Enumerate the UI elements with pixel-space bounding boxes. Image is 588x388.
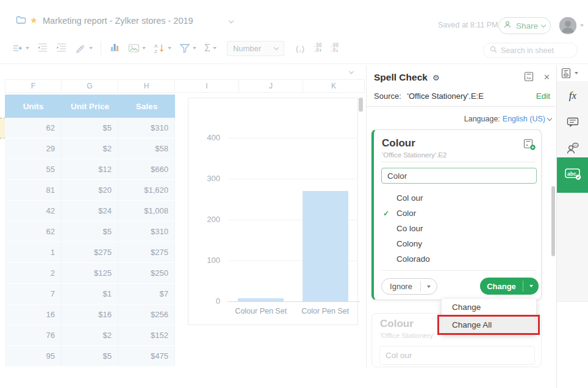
format-painter-button[interactable] [75, 43, 93, 54]
number-format-select[interactable]: Number [227, 41, 284, 56]
table-cell[interactable]: $152 [118, 325, 175, 345]
suggestion-item[interactable]: Colorado [374, 251, 539, 267]
change-dropdown-caret[interactable] [523, 285, 539, 287]
filter-button[interactable] [179, 43, 196, 54]
table-cell[interactable]: 62 [5, 118, 62, 138]
table-cell[interactable]: $5 [62, 346, 118, 366]
table-cell[interactable]: 16 [5, 304, 62, 325]
table-row[interactable]: 62$5$310 [5, 221, 175, 242]
table-cell[interactable]: $310 [118, 118, 175, 138]
table-cell[interactable]: 55 [5, 159, 62, 179]
table-cell[interactable]: 95 [5, 346, 62, 366]
suggestion-item[interactable]: Colony [374, 236, 539, 251]
table-row[interactable]: 7$1$7 [5, 284, 175, 304]
document-title[interactable]: Marketing report - Zylker stores - 2019 [43, 16, 193, 26]
folder-icon[interactable] [16, 15, 26, 27]
increase-decimal-button[interactable]: .00 .0↑ [313, 43, 321, 53]
conditional-format-button[interactable] [12, 43, 29, 54]
close-icon[interactable]: ✕ [543, 73, 550, 82]
table-cell[interactable]: $2 [62, 138, 118, 159]
table-cell[interactable]: $256 [118, 304, 175, 325]
sum-button[interactable]: Σ [204, 43, 217, 54]
table-row[interactable]: 81$20$1,620 [5, 180, 175, 201]
table-cell[interactable]: 1 [5, 242, 62, 262]
table-cell[interactable]: $2 [62, 325, 118, 345]
table-header-cell[interactable]: Sales [118, 95, 175, 118]
table-cell[interactable]: $7 [118, 284, 175, 304]
table-row[interactable]: 62$5$310 [5, 118, 175, 138]
table-cell[interactable]: $1,008 [118, 201, 175, 221]
sort-button[interactable]: AZ [154, 43, 171, 54]
table-cell[interactable]: 42 [5, 201, 62, 221]
table-cell[interactable]: $310 [118, 221, 175, 242]
table-row[interactable]: 16$16$256 [5, 304, 175, 325]
table-cell[interactable]: $20 [62, 180, 118, 200]
table-cell[interactable]: $58 [118, 138, 175, 159]
table-cell[interactable]: $5 [62, 118, 118, 138]
insert-image-button[interactable] [128, 43, 146, 54]
account-caret-icon[interactable] [580, 24, 584, 27]
change-button[interactable]: Change [480, 278, 539, 295]
table-cell[interactable]: $275 [118, 242, 175, 262]
avatar[interactable] [559, 17, 576, 34]
grid-scrollbar-thumb[interactable] [359, 98, 363, 112]
table-cell[interactable]: $1 [62, 284, 118, 304]
ignore-button[interactable]: Ignore [381, 278, 437, 295]
decrease-decimal-button[interactable]: .00 .0↓ [330, 43, 339, 53]
suggestion-item[interactable]: Co lour [374, 221, 539, 236]
table-cell[interactable]: $660 [118, 159, 175, 179]
table-cell[interactable]: 81 [5, 180, 62, 200]
table-cell[interactable]: 7 [5, 284, 62, 304]
table-row[interactable]: 95$5$475 [5, 346, 175, 367]
table-cell[interactable]: $1,620 [118, 180, 175, 200]
table-row[interactable]: 42$24$1,008 [5, 201, 175, 221]
dictionary-icon[interactable]: Aa [524, 71, 534, 84]
table-cell[interactable]: $125 [62, 263, 118, 283]
table-row[interactable]: 1$275$275 [5, 242, 175, 263]
comma-format-button[interactable]: (,) [296, 44, 305, 53]
language-value[interactable]: English (US) [503, 115, 545, 123]
increase-indent-button[interactable] [56, 41, 67, 55]
table-cell[interactable]: 29 [5, 138, 62, 159]
suggestion-item[interactable]: ✓Color [374, 206, 539, 221]
column-header[interactable]: K [303, 80, 365, 92]
add-to-dictionary-icon[interactable]: A [523, 138, 537, 153]
language-row[interactable]: Language: English (US) [464, 115, 551, 123]
document-title-chevron-icon[interactable] [229, 18, 234, 23]
decrease-indent-button[interactable] [37, 41, 48, 55]
chart-bar[interactable] [303, 191, 348, 301]
table-header-cell[interactable]: Unit Price [62, 95, 118, 118]
table-cell[interactable]: 2 [5, 263, 62, 283]
table-row[interactable]: 76$2$152 [5, 325, 175, 346]
column-headers[interactable]: FGHIJK [5, 79, 365, 93]
table-header-cell[interactable]: Units [5, 95, 62, 118]
sidebar-spellcheck-button-active[interactable]: abc [557, 157, 588, 193]
ignore-dropdown-caret[interactable] [421, 286, 437, 288]
share-button[interactable]: Share [498, 17, 551, 34]
edit-source-link[interactable]: Edit [536, 92, 550, 101]
grid-collapse-chevron-icon[interactable] [349, 69, 354, 74]
table-cell[interactable]: 76 [5, 325, 62, 345]
search-input[interactable]: Search in sheet [483, 43, 578, 58]
table-cell[interactable]: $275 [62, 242, 118, 262]
gear-icon[interactable]: ⚙ [432, 73, 440, 82]
table-cell[interactable]: $475 [118, 346, 175, 366]
column-header[interactable]: H [118, 80, 175, 92]
correction-input[interactable]: Color [381, 168, 537, 184]
column-header[interactable]: I [175, 80, 239, 92]
menu-item[interactable]: Change [442, 299, 536, 315]
table-cell[interactable]: $5 [62, 221, 118, 242]
table-row[interactable]: 55$12$660 [5, 159, 175, 180]
table-cell[interactable]: $24 [62, 201, 118, 221]
chart-bar[interactable] [238, 298, 284, 301]
table-cell[interactable]: 62 [5, 221, 62, 242]
table-row[interactable]: 2$125$250 [5, 263, 175, 284]
sidebar-comments-button[interactable] [557, 111, 588, 137]
column-header[interactable]: G [62, 80, 118, 92]
chart-object[interactable]: 0100200300400Colour Pen SetColor Pen Set [188, 98, 358, 325]
table-cell[interactable]: $16 [62, 304, 118, 325]
column-header[interactable]: F [5, 80, 62, 92]
review-dictionary-button[interactable] [561, 68, 578, 79]
favorite-star-icon[interactable]: ★ [30, 15, 38, 25]
table-header-row[interactable]: UnitsUnit PriceSales [5, 95, 175, 118]
